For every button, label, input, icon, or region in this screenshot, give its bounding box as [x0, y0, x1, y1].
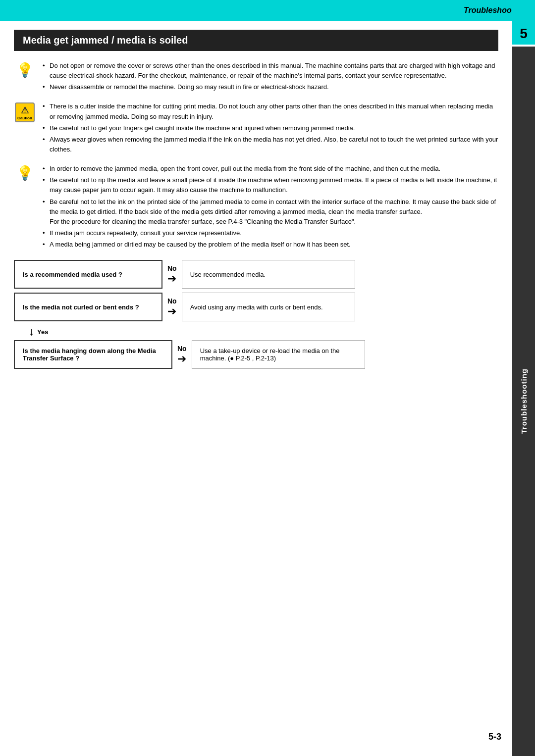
sidebar-chapter-num: 5 [512, 21, 535, 45]
note-block-2: ⚠ Caution There is a cutter inside the m… [14, 101, 498, 156]
note-3-item-4: If media jam occurs repeatedly, consult … [43, 228, 498, 238]
bulb-icon-2: 💡 [14, 164, 36, 181]
flow-result-2: Avoid using any media with curls or bent… [182, 293, 355, 321]
flow-down-yes: ↓ Yes [29, 325, 498, 338]
note-1-item-1: Do not open or remove the cover or screw… [43, 61, 498, 81]
flow-row-1: Is a recommended media used ? No ➔ Use r… [14, 260, 498, 289]
main-content: Media get jammed / media is soiled 💡 Do … [0, 30, 512, 393]
right-sidebar: 5 Troubleshooting [512, 0, 535, 756]
sidebar-top-cyan [512, 0, 535, 21]
note-3-item-1: In order to remove the jammed media, ope… [43, 164, 498, 174]
note-3-item-3: Be careful not to let the ink on the pri… [43, 197, 498, 227]
flow-question-1: Is a recommended media used ? [14, 260, 162, 289]
flow-row-3: Is the media hanging down along the Medi… [14, 340, 498, 369]
flow-result-3: Use a take-up device or re-load the medi… [192, 340, 365, 369]
flow-result-1: Use recommended media. [182, 260, 355, 289]
note-text-1: Do not open or remove the cover or screw… [43, 61, 498, 94]
note-block-3: 💡 In order to remove the jammed media, o… [14, 164, 498, 251]
bulb-icon-1: 💡 [14, 61, 36, 78]
page-number: 5-3 [488, 732, 501, 742]
note-text-2: There is a cutter inside the machine for… [43, 101, 498, 156]
flow-row-2: Is the media not curled or bent ends ? N… [14, 293, 498, 321]
flow-question-2: Is the media not curled or bent ends ? [14, 293, 162, 321]
sidebar-label-container: Troubleshooting [512, 47, 535, 756]
flow-arrow-right-3: No ➔ [177, 345, 187, 364]
note-3-item-5: A media being jammed or dirtied may be c… [43, 240, 498, 250]
note-2-item-3: Always wear gloves when removing the jam… [43, 135, 498, 154]
note-2-item-1: There is a cutter inside the machine for… [43, 101, 498, 121]
flow-arrow-right-1: No ➔ [167, 264, 177, 284]
note-text-3: In order to remove the jammed media, ope… [43, 164, 498, 251]
note-3-item-2: Be careful not to rip the media and leav… [43, 175, 498, 195]
header-bar: Troubleshooting [0, 0, 535, 21]
note-block-1: 💡 Do not open or remove the cover or scr… [14, 61, 498, 94]
flow-question-3: Is the media hanging down along the Medi… [14, 340, 172, 369]
sidebar-label: Troubleshooting [520, 368, 528, 434]
note-1-item-2: Never disassemble or remodel the machine… [43, 82, 498, 92]
flowchart: Is a recommended media used ? No ➔ Use r… [14, 260, 498, 369]
flow-arrow-right-2: No ➔ [167, 297, 177, 317]
page-title: Media get jammed / media is soiled [14, 30, 498, 51]
note-2-item-2: Be careful not to get your fingers get c… [43, 123, 498, 133]
caution-icon: ⚠ Caution [14, 101, 36, 122]
